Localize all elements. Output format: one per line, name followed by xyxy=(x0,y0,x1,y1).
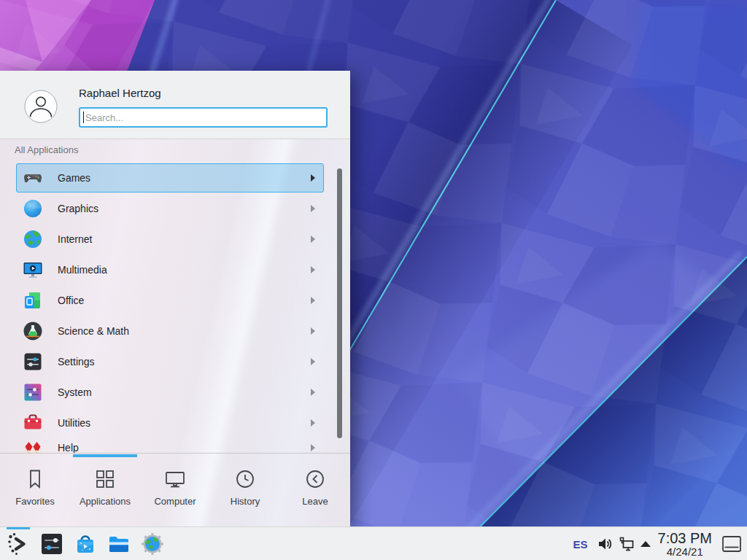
leave-icon xyxy=(304,468,326,490)
menu-item-graphics[interactable]: Graphics xyxy=(16,193,324,224)
tab-favorites[interactable]: Favorites xyxy=(0,454,70,526)
submenu-arrow-icon xyxy=(311,174,315,182)
menu-item-label: Utilities xyxy=(58,417,90,429)
tab-label: History xyxy=(231,496,260,507)
menu-item-label: Multimedia xyxy=(58,264,107,276)
search-placeholder: Search... xyxy=(85,112,123,123)
multimedia-icon xyxy=(23,260,43,280)
games-icon xyxy=(23,168,43,188)
avatar[interactable] xyxy=(24,90,58,123)
menu-item-label: Games xyxy=(58,172,90,184)
utilities-icon xyxy=(23,413,43,433)
computer-icon xyxy=(164,468,186,490)
tab-applications[interactable]: Applications xyxy=(70,454,140,526)
system-icon xyxy=(23,382,43,402)
applications-icon xyxy=(94,468,116,490)
system-tray: ES 7:03 PM 4/24/21 xyxy=(573,527,747,560)
tab-label: Favorites xyxy=(15,496,54,507)
taskbar-discover[interactable] xyxy=(74,532,97,556)
app-category-list: GamesGraphicsInternetMultimediaOfficeSci… xyxy=(0,163,350,454)
search-input[interactable]: Search... xyxy=(79,107,328,128)
menu-item-label: System xyxy=(58,386,92,398)
internet-icon xyxy=(23,229,43,249)
launcher-header: Raphael Hertzog Search... xyxy=(0,71,350,139)
tab-label: Applications xyxy=(80,496,131,507)
taskbar: ES 7:03 PM 4/24/21 xyxy=(0,526,747,560)
menu-item-help[interactable]: Help xyxy=(16,432,324,454)
submenu-arrow-icon xyxy=(311,358,315,365)
active-tab-indicator xyxy=(73,454,137,457)
tab-computer[interactable]: Computer xyxy=(140,454,210,526)
user-name: Raphael Hertzog xyxy=(79,87,161,99)
volume-icon[interactable] xyxy=(597,536,613,552)
submenu-arrow-icon xyxy=(311,419,315,427)
menu-item-label: Office xyxy=(58,295,84,306)
menu-item-internet[interactable]: Internet xyxy=(16,224,324,254)
application-launcher: Raphael Hertzog Search... All Applicatio… xyxy=(0,71,350,526)
menu-item-settings[interactable]: Settings xyxy=(16,346,324,377)
text-caret xyxy=(83,112,84,123)
settings-icon xyxy=(23,351,43,372)
menu-item-label: Internet xyxy=(58,233,92,245)
keyboard-layout-indicator[interactable]: ES xyxy=(573,538,588,551)
menu-item-office[interactable]: Office xyxy=(16,285,324,316)
tab-label: Computer xyxy=(154,496,196,507)
menu-item-label: Help xyxy=(58,442,79,454)
desktop: Raphael Hertzog Search... All Applicatio… xyxy=(0,0,747,560)
submenu-arrow-icon xyxy=(311,205,315,212)
tab-history[interactable]: History xyxy=(210,454,280,526)
submenu-arrow-icon xyxy=(311,389,315,396)
network-icon[interactable] xyxy=(619,536,635,552)
clock-time: 7:03 PM xyxy=(658,531,712,546)
submenu-arrow-icon xyxy=(311,297,315,304)
section-label: All Applications xyxy=(15,144,78,155)
taskbar-web-browser[interactable] xyxy=(141,532,164,556)
taskbar-application-launcher[interactable] xyxy=(7,532,30,556)
submenu-arrow-icon xyxy=(311,327,315,335)
menu-item-label: Graphics xyxy=(58,203,98,214)
menu-item-system[interactable]: System xyxy=(16,377,324,408)
taskbar-launchers xyxy=(7,527,174,560)
menu-item-multimedia[interactable]: Multimedia xyxy=(16,254,324,285)
favorites-icon xyxy=(24,468,46,490)
submenu-arrow-icon xyxy=(311,444,315,451)
tab-label: Leave xyxy=(302,496,328,507)
scrollbar[interactable] xyxy=(337,168,342,438)
history-icon xyxy=(234,468,256,490)
clock-date: 4/24/21 xyxy=(658,546,712,558)
taskbar-file-manager[interactable] xyxy=(107,532,131,556)
science-icon xyxy=(23,321,43,341)
show-desktop-button[interactable] xyxy=(722,536,741,552)
launcher-body: All Applications GamesGraphicsInternetMu… xyxy=(0,139,350,526)
graphics-icon xyxy=(23,198,43,219)
help-icon xyxy=(23,438,43,454)
launcher-tabbar: FavoritesApplicationsComputerHistoryLeav… xyxy=(0,453,350,526)
submenu-arrow-icon xyxy=(311,236,315,243)
submenu-arrow-icon xyxy=(311,266,315,273)
office-icon xyxy=(23,290,43,311)
tab-leave[interactable]: Leave xyxy=(280,454,350,526)
menu-item-science-math[interactable]: Science & Math xyxy=(16,316,324,346)
app-list-viewport: All Applications GamesGraphicsInternetMu… xyxy=(0,139,350,454)
clock[interactable]: 7:03 PM 4/24/21 xyxy=(658,531,712,558)
menu-item-label: Science & Math xyxy=(58,325,129,337)
taskbar-system-settings[interactable] xyxy=(40,532,63,556)
expand-tray-icon[interactable] xyxy=(640,541,651,547)
menu-item-games[interactable]: Games xyxy=(16,163,324,193)
menu-item-label: Settings xyxy=(58,356,95,368)
